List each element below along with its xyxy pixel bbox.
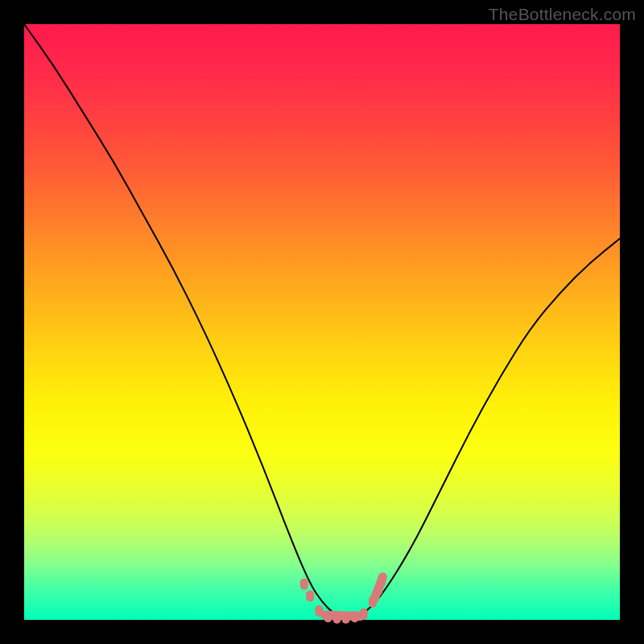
curve-markers [300, 576, 386, 624]
bottleneck-curve [24, 24, 620, 620]
chart-frame: TheBottleneck.com [0, 0, 644, 644]
plot-area [24, 24, 620, 620]
curve-marker-segment [325, 615, 361, 616]
watermark-label: TheBottleneck.com [489, 5, 636, 24]
curve-svg [24, 24, 620, 620]
curve-marker [300, 579, 308, 590]
curve-marker [306, 590, 314, 601]
